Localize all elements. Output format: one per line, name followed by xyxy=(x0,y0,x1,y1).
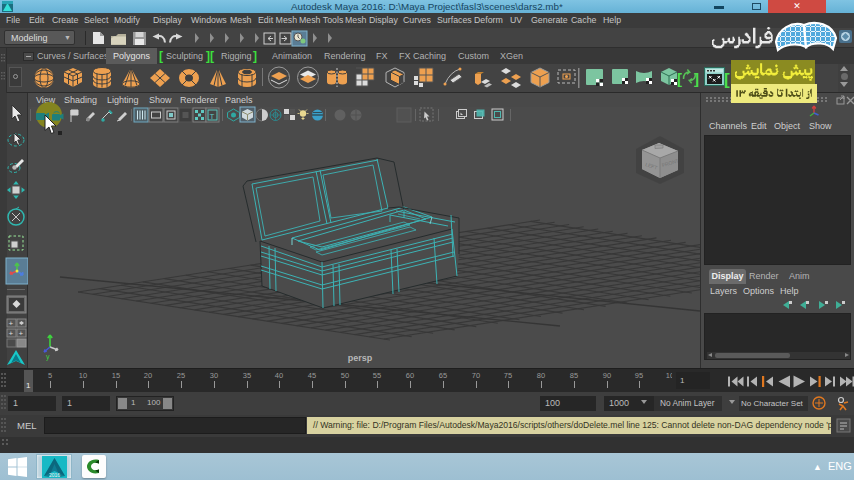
svg-text:2016: 2016 xyxy=(49,472,60,478)
svg-text:[: [ xyxy=(724,70,730,89)
svg-text:100: 100 xyxy=(666,371,672,380)
svg-text:80: 80 xyxy=(537,371,545,380)
svg-text:15: 15 xyxy=(112,371,120,380)
svg-text:40: 40 xyxy=(275,371,283,380)
svg-text:1: 1 xyxy=(26,381,31,390)
svg-text:25: 25 xyxy=(177,371,185,380)
svg-text:90: 90 xyxy=(603,371,611,380)
svg-text:[: [ xyxy=(677,70,682,87)
svg-text:+: + xyxy=(9,319,14,328)
svg-text:70: 70 xyxy=(472,371,480,380)
svg-text:y: y xyxy=(46,353,50,361)
svg-text:85: 85 xyxy=(570,371,578,380)
svg-text:T: T xyxy=(210,112,215,121)
svg-text:55: 55 xyxy=(373,371,381,380)
svg-text:30: 30 xyxy=(210,371,218,380)
svg-text:persp: persp xyxy=(348,353,373,363)
svg-text:+: + xyxy=(9,329,14,338)
svg-text:5: 5 xyxy=(48,371,52,380)
svg-text:95: 95 xyxy=(635,371,643,380)
svg-text:+: + xyxy=(19,329,24,338)
svg-text:60: 60 xyxy=(406,371,414,380)
svg-text:10: 10 xyxy=(79,371,87,380)
svg-text:45: 45 xyxy=(308,371,316,380)
svg-text:20: 20 xyxy=(144,371,152,380)
svg-text:35: 35 xyxy=(243,371,251,380)
svg-text:65: 65 xyxy=(439,371,447,380)
svg-text:50: 50 xyxy=(341,371,349,380)
svg-text:75: 75 xyxy=(504,371,512,380)
